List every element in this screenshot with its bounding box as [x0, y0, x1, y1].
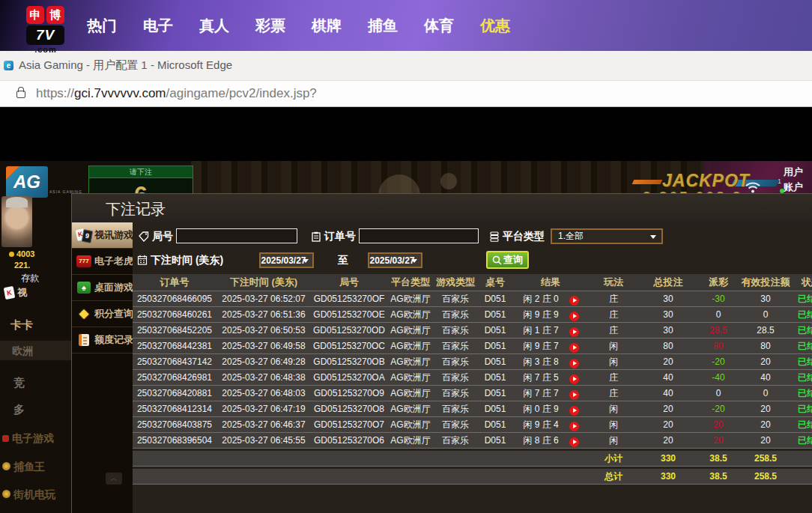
nav-item-lottery[interactable]: 彩票 — [251, 16, 290, 36]
game-type: 百家乐 — [434, 324, 477, 337]
modal-header: 下注记录 — [72, 194, 812, 222]
sidebar-tab-label: 桌面游戏 — [94, 281, 133, 294]
date-to-picker[interactable]: 2025/03/27 — [368, 252, 422, 268]
panel-label-user[interactable]: 用户 — [784, 166, 803, 179]
column-header: 局号 — [311, 276, 387, 289]
jackpot-bar-orange — [632, 180, 663, 184]
video-games-shortcut: K视 — [4, 285, 27, 300]
sidebar-tab-credit-records[interactable]: 额度记录 — [72, 327, 133, 353]
replay-play-button[interactable] — [569, 437, 579, 447]
platform-type-label: 平台类型 — [503, 230, 545, 243]
bet-records-modal: 下注记录 视讯游戏电子老虎机桌面游戏积分查询额度记录 ︿ 局号 订单号 平台类型… — [71, 193, 812, 513]
status: 已结算 — [792, 309, 812, 321]
nav-item-cards[interactable]: 棋牌 — [307, 16, 346, 36]
status: 已结算 — [792, 387, 812, 400]
replay-play-button[interactable] — [569, 312, 579, 321]
result-cell: 闲 0 庄 9 — [513, 403, 588, 416]
play-type: 闲 — [588, 356, 639, 368]
play-type: 闲 — [588, 419, 639, 431]
nav-item-fishing[interactable]: 捕鱼 — [363, 16, 402, 36]
platform-type: AG欧洲厅 — [387, 403, 434, 416]
result-cell: 闲 8 庄 6 — [513, 434, 588, 447]
chevron-up-icon[interactable]: ︿ — [106, 473, 122, 485]
date-from-picker[interactable]: 2025/03/27 — [259, 252, 314, 268]
order-label: 订单号 — [324, 230, 356, 243]
bet-time: 2025-03-27 06:48:03 — [216, 388, 311, 398]
game-type: 百家乐 — [434, 434, 477, 447]
order-number: 250327068426981 — [133, 372, 216, 383]
table-number: D051 — [477, 435, 513, 446]
bet-time: 2025-03-27 06:48:38 — [216, 372, 311, 383]
sidebar-tab-label: 积分查询 — [94, 307, 133, 321]
modal-title: 下注记录 — [106, 199, 166, 219]
search-icon — [492, 255, 502, 265]
valid-bet: 20 — [739, 404, 792, 414]
result-cell: 闲 9 庄 7 — [513, 340, 588, 353]
arcade-icon — [2, 490, 10, 498]
sidebar-tab-video-games[interactable]: 视讯游戏 — [72, 222, 133, 249]
payout: -30 — [697, 294, 739, 304]
order-input[interactable] — [359, 228, 479, 243]
result-cell: 闲 2 庄 0 — [513, 293, 588, 306]
column-header: 订单号 — [133, 276, 216, 289]
total-bet: 40 — [639, 372, 697, 383]
europe-hall-strip — [0, 341, 72, 360]
result-cell: 闲 3 庄 8 — [513, 356, 588, 368]
replay-play-button[interactable] — [569, 390, 579, 400]
bet-records-table: 订单号下注时间 (美东)局号平台类型游戏类型桌号结果玩法总投注派彩有效投注额状态… — [133, 274, 812, 513]
sidebar-tab-points-query[interactable]: 积分查询 — [72, 301, 133, 327]
replay-play-button[interactable] — [569, 296, 579, 306]
replay-play-button[interactable] — [569, 343, 579, 353]
payout: 20 — [697, 419, 739, 430]
address-bar[interactable]: https://gci.7vvvvvv.com/agingame/pcv2/in… — [0, 80, 812, 107]
filter-form: 局号 订单号 平台类型 1.全部 下注时间 (美东) 2025/03/27 至 … — [133, 222, 812, 274]
round-input[interactable] — [176, 228, 297, 243]
replay-play-button[interactable] — [569, 359, 579, 368]
total-bet: 30 — [639, 294, 697, 304]
platform-type: AG欧洲厅 — [387, 324, 434, 337]
fish-icon — [2, 462, 10, 470]
round-number: GD051253270O7 — [311, 419, 387, 430]
total-row-bet: 330 — [639, 471, 697, 482]
result-cell: 闲 7 庄 5 — [513, 371, 588, 384]
platform-type: AG欧洲厅 — [387, 371, 434, 384]
nav-item-hot[interactable]: 热门 — [82, 16, 121, 36]
column-header: 平台类型 — [387, 276, 434, 289]
nav-item-live[interactable]: 真人 — [195, 16, 234, 36]
subtotal-row-valid: 258.5 — [739, 453, 792, 464]
play-type: 闲 — [588, 340, 639, 353]
play-type: 闲 — [588, 434, 639, 447]
replay-play-button[interactable] — [569, 406, 579, 416]
search-button[interactable]: 查询 — [486, 251, 529, 269]
total-bet: 30 — [639, 325, 697, 336]
fishing-menu-item: 捕鱼王 — [2, 461, 45, 474]
valid-bet: 80 — [739, 341, 792, 351]
sidebar-tab-slot-machines[interactable]: 电子老虎机 — [72, 249, 133, 275]
result-cell: 闲 7 庄 7 — [513, 387, 588, 400]
site-nav-items: 热门 电子 真人 彩票 棋牌 捕鱼 体育 优惠 — [82, 0, 532, 51]
sidebar-tab-table-games[interactable]: 桌面游戏 — [72, 275, 133, 301]
panel-label-account[interactable]: 账户 — [784, 180, 803, 194]
order-number: 250327068437142 — [133, 356, 216, 367]
nav-item-promo[interactable]: 优惠 — [476, 16, 515, 36]
subtotal-row-payout: 38.5 — [697, 453, 739, 464]
replay-play-button[interactable] — [569, 374, 579, 384]
deposit-label[interactable]: 存款 — [21, 272, 39, 285]
page-top-black-band — [0, 107, 812, 161]
valid-bet: 0 — [739, 388, 792, 398]
bet-time: 2025-03-27 06:51:36 — [216, 309, 311, 320]
replay-play-button[interactable] — [569, 327, 579, 337]
nav-item-slots[interactable]: 电子 — [139, 16, 178, 36]
platform-type-select[interactable]: 1.全部 — [551, 228, 663, 244]
replay-play-button[interactable] — [569, 422, 579, 431]
site-logo[interactable]: 申 博 7V .com — [26, 6, 65, 54]
payout: 0 — [697, 309, 739, 320]
url-text[interactable]: https://gci.7vvvvvv.com/agingame/pcv2/in… — [36, 86, 317, 101]
screen: 热门 电子 真人 彩票 棋牌 捕鱼 体育 优惠 申 博 7V .com e As… — [0, 0, 812, 513]
column-header: 结果 — [513, 276, 588, 289]
platform-type: AG欧洲厅 — [387, 293, 434, 306]
slots-icon — [76, 254, 91, 269]
sidebar-tab-label: 视讯游戏 — [94, 228, 133, 242]
game-type: 百家乐 — [434, 293, 477, 306]
nav-item-sports[interactable]: 体育 — [419, 16, 458, 36]
